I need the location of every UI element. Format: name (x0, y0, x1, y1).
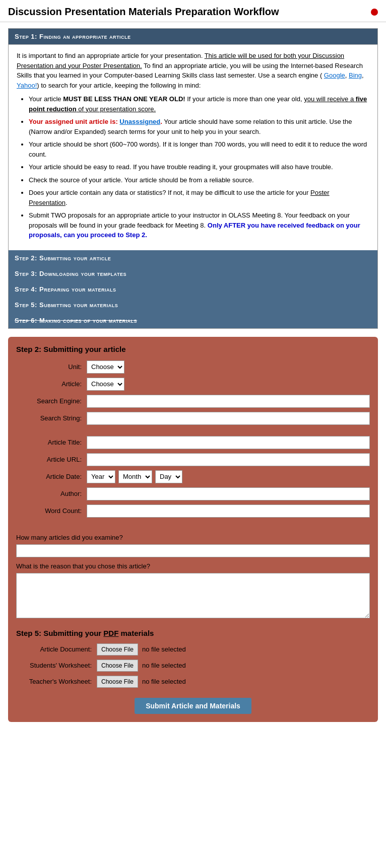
unit-row: Unit: Choose (16, 360, 370, 374)
bullet-2: Your assigned unit article is: Unasssign… (29, 117, 369, 136)
submit-row: Submit Article and Materials (16, 698, 370, 714)
unit-label: Unit: (16, 363, 87, 371)
unit-select[interactable]: Choose (87, 360, 124, 374)
step5-title-pdf: PDF (103, 629, 118, 637)
step5-section: Step 5: Submitting your materials (9, 297, 377, 313)
step4-header[interactable]: Step 4: Preparing your materials (9, 281, 377, 297)
step4-label: Step 4: Preparing your materials (15, 285, 116, 293)
form-title: Step 2: Submitting your article (16, 345, 370, 353)
step1-label: Step 1: Finding an appropriate article (15, 33, 131, 40)
search-engine-row: Search Engine: (16, 395, 370, 408)
step1-section: Step 1: Finding an appropriate article I… (9, 29, 377, 250)
search-engine-label: Search Engine: (16, 397, 87, 405)
step5-label: Step 5: Submitting your materials (15, 301, 118, 309)
bullet-5: Check the source of your article. Your a… (29, 175, 369, 185)
article-date-label: Article Date: (16, 473, 87, 480)
step1-underline-text: This article will be used for both your … (17, 52, 344, 69)
page-title: Discussion Presentation Materials Prepar… (8, 6, 367, 18)
step5-title-pre: Step 5: Submitting your (16, 629, 103, 637)
bullet-1: Your article MUST BE LESS THAN ONE YEAR … (29, 94, 369, 114)
step2-label: Step 2: Submitting your article (15, 254, 111, 262)
article-url-row: Article URL: (16, 453, 370, 466)
step1-intro-para: It is important to find an appropriate a… (17, 51, 369, 90)
teachers-ws-row: Teacher's Worksheet: Choose File no file… (16, 676, 370, 688)
month-select[interactable]: Month (118, 470, 152, 483)
step5-title-post: materials (118, 629, 154, 637)
article-doc-label: Article Document: (16, 645, 97, 653)
article-date-row: Article Date: Year Month Day (16, 470, 370, 483)
article-title-label: Article Title: (16, 439, 87, 446)
bullet-6: Does your article contain any data or st… (29, 188, 369, 207)
step6-label: Step 6: Making copies of your materials (15, 317, 137, 324)
word-count-row: Word Count: (16, 504, 370, 518)
status-dot (371, 9, 378, 16)
step3-section: Step 3: Downloading your templates (9, 266, 377, 281)
step1-content: It is important to find an appropriate a… (9, 44, 377, 250)
students-ws-choose-btn[interactable]: Choose File (97, 660, 138, 672)
google-link[interactable]: Google (324, 71, 345, 79)
year-select[interactable]: Year (87, 470, 115, 483)
step5-header[interactable]: Step 5: Submitting your materials (9, 297, 377, 313)
article-doc-choose-btn[interactable]: Choose File (97, 643, 138, 656)
step1-bullets: Your article MUST BE LESS THAN ONE YEAR … (29, 94, 369, 240)
teachers-ws-no-file: no file selected (142, 678, 186, 685)
article-url-input[interactable] (87, 453, 370, 466)
author-input[interactable] (87, 487, 370, 500)
author-row: Author: (16, 487, 370, 500)
articles-examined-input[interactable] (16, 544, 370, 557)
article-url-label: Article URL: (16, 456, 87, 463)
bullet-3: Your article should be short (600~700 wo… (29, 139, 369, 159)
article-select[interactable]: Choose (87, 378, 124, 391)
search-string-label: Search String: (16, 414, 87, 422)
article-doc-no-file: no file selected (142, 645, 186, 653)
reason-textarea[interactable] (16, 573, 370, 618)
article-title-row: Article Title: (16, 436, 370, 449)
steps-accordion: Step 1: Finding an appropriate article I… (8, 28, 378, 329)
article-row: Article: Choose (16, 378, 370, 391)
article-label: Article: (16, 380, 87, 388)
step6-header[interactable]: Step 6: Making copies of your materials (9, 313, 377, 328)
search-string-input[interactable] (87, 412, 370, 425)
step5-pdf-title: Step 5: Submitting your PDF materials (16, 629, 370, 637)
students-ws-no-file: no file selected (142, 662, 186, 669)
step1-header[interactable]: Step 1: Finding an appropriate article (9, 29, 377, 44)
step2-header[interactable]: Step 2: Submitting your article (9, 250, 377, 266)
students-ws-row: Students' Worksheet: Choose File no file… (16, 660, 370, 672)
yahoo-link[interactable]: Yahoo! (17, 82, 37, 89)
submit-button[interactable]: Submit Article and Materials (135, 698, 251, 714)
author-label: Author: (16, 490, 87, 497)
search-engine-input[interactable] (87, 395, 370, 408)
word-count-input[interactable] (87, 504, 370, 518)
form-section: Step 2: Submitting your article Unit: Ch… (8, 337, 378, 722)
bullet-7: Submit TWO proposals for an appropriate … (29, 210, 369, 240)
article-title-input[interactable] (87, 436, 370, 449)
word-count-label: Word Count: (16, 507, 87, 515)
search-string-row: Search String: (16, 412, 370, 425)
articles-examined-question: How many articles did you examine? (16, 534, 370, 541)
students-ws-label: Students' Worksheet: (16, 662, 97, 669)
step4-section: Step 4: Preparing your materials (9, 281, 377, 297)
page-header: Discussion Presentation Materials Prepar… (0, 0, 386, 22)
date-selects: Year Month Day (87, 470, 182, 483)
article-doc-row: Article Document: Choose File no file se… (16, 643, 370, 656)
bing-link[interactable]: Bing (349, 71, 362, 79)
teachers-ws-label: Teacher's Worksheet: (16, 678, 97, 685)
step3-label: Step 3: Downloading your templates (15, 270, 126, 277)
day-select[interactable]: Day (155, 470, 182, 483)
bullet-4: Your article should be easy to read. If … (29, 162, 369, 172)
step6-section: Step 6: Making copies of your materials (9, 313, 377, 328)
teachers-ws-choose-btn[interactable]: Choose File (97, 676, 138, 688)
reason-question: What is the reason that you chose this a… (16, 562, 370, 570)
step3-header[interactable]: Step 3: Downloading your templates (9, 266, 377, 281)
step2-section: Step 2: Submitting your article (9, 250, 377, 266)
